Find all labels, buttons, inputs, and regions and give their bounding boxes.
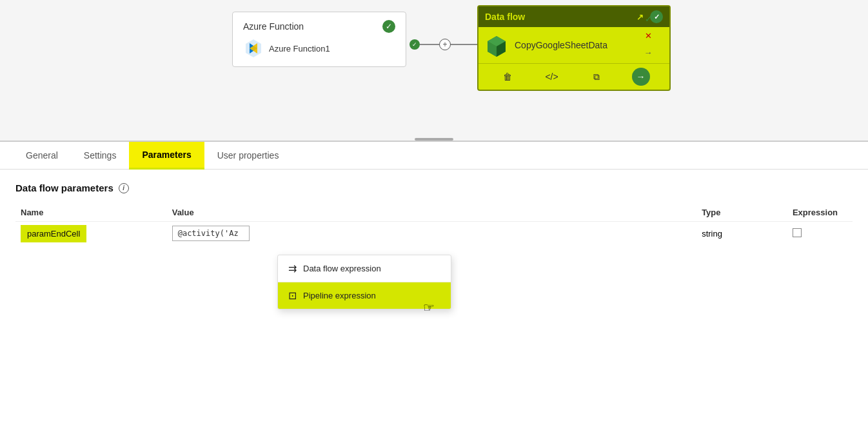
expression-dropdown-menu[interactable]: ⇉ Data flow expression ⊡ Pipeline expres… — [277, 255, 451, 309]
azure-function-check: ✓ — [382, 20, 395, 33]
dataflow-go-button[interactable]: → — [632, 68, 650, 86]
table-header-row: Name Value Type Expression — [15, 204, 853, 222]
dropdown-item-dataflow-expression[interactable]: ⇉ Data flow expression — [278, 255, 451, 282]
tab-general[interactable]: General — [13, 142, 71, 170]
expression-checkbox[interactable] — [793, 228, 802, 237]
dropdown-item-dataflow-label: Data flow expression — [303, 264, 381, 273]
tab-user-properties[interactable]: User properties — [204, 142, 292, 170]
conn-check-icon: ✓ — [409, 39, 420, 50]
panel-content: Data flow parameters i Name Value Type E… — [0, 170, 868, 258]
pipeline-expression-icon: ⊡ — [288, 289, 297, 302]
dataflow-copy-button[interactable]: ⧉ — [587, 68, 606, 86]
dataflow-footer: 🗑 </> ⧉ → — [478, 63, 669, 90]
param-name-cell: paramEndCell — [15, 222, 167, 246]
dataflow-cube-icon — [485, 34, 508, 57]
node-right-actions: ✓ ✕ → — [641, 12, 655, 59]
azure-function-node-title-bar: Azure Function ✓ — [243, 20, 395, 33]
conn-line-1 — [420, 44, 439, 45]
azure-function-node[interactable]: Azure Function ✓ Azure Function1 — [232, 12, 406, 67]
right-action-check[interactable]: ✓ — [641, 12, 655, 26]
azure-function-activity-name: Azure Function1 — [269, 44, 330, 54]
right-action-x[interactable]: ✕ — [641, 28, 655, 43]
azure-function-icon — [243, 38, 264, 59]
right-action-arrow[interactable]: → — [641, 45, 655, 59]
dropdown-item-pipeline-label: Pipeline expression — [303, 291, 376, 300]
params-table: Name Value Type Expression paramEndCell … — [15, 204, 853, 245]
param-type-cell: string — [696, 222, 787, 246]
bottom-panel: General Settings Parameters User propert… — [0, 142, 868, 258]
col-header-value: Value — [167, 204, 696, 222]
section-header: Data flow parameters i — [15, 182, 853, 193]
connection-line: ✓ + — [409, 39, 483, 50]
col-header-expression: Expression — [787, 204, 853, 222]
tab-settings[interactable]: Settings — [71, 142, 130, 170]
table-row: paramEndCell @activity('Az string — [15, 222, 853, 246]
dataflow-title: Data flow — [485, 12, 525, 22]
conn-plus-button[interactable]: + — [439, 39, 451, 50]
col-header-name: Name — [15, 204, 167, 222]
tabs-bar: General Settings Parameters User propert… — [0, 142, 868, 170]
canvas-area: Azure Function ✓ Azure Function1 ✓ + D — [0, 0, 868, 142]
param-value-cell[interactable]: @activity('Az — [167, 222, 696, 246]
section-title: Data flow parameters — [15, 182, 113, 193]
azure-function-content: Azure Function1 — [243, 38, 395, 59]
canvas-divider — [415, 138, 453, 141]
conn-line-2 — [451, 44, 470, 45]
info-icon[interactable]: i — [119, 183, 129, 193]
dataflow-delete-button[interactable]: 🗑 — [498, 68, 517, 86]
col-header-type: Type — [696, 204, 787, 222]
param-expression-cell — [787, 222, 853, 246]
dropdown-item-pipeline-expression[interactable]: ⊡ Pipeline expression — [278, 282, 451, 309]
dataflow-activity-name: CopyGoogleSheetData — [515, 40, 607, 50]
azure-function-title: Azure Function — [243, 21, 304, 32]
tab-parameters[interactable]: Parameters — [129, 142, 204, 170]
dataflow-expression-icon: ⇉ — [288, 262, 297, 275]
dataflow-code-button[interactable]: </> — [543, 68, 561, 86]
